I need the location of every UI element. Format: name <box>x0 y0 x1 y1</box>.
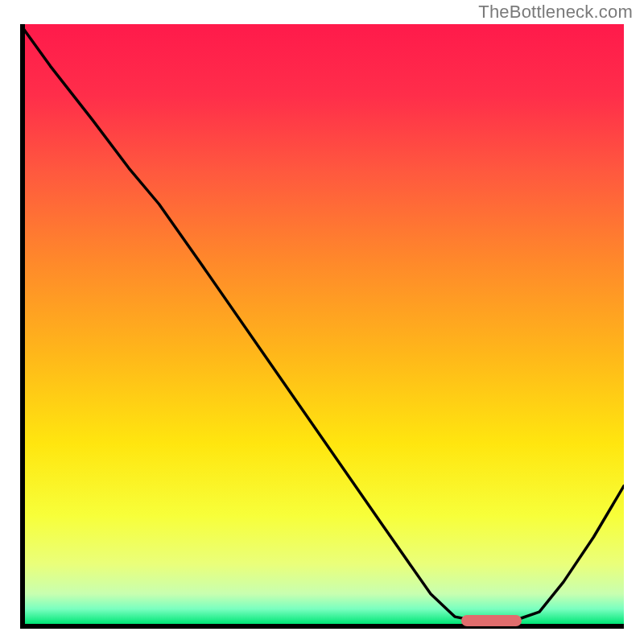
chart-svg <box>20 24 624 624</box>
x-axis <box>20 624 624 629</box>
y-axis <box>20 24 25 624</box>
chart-container: TheBottleneck.com <box>0 0 644 644</box>
optimal-range-marker <box>461 615 522 626</box>
gradient-background <box>20 24 624 624</box>
watermark-text: TheBottleneck.com <box>478 2 633 23</box>
